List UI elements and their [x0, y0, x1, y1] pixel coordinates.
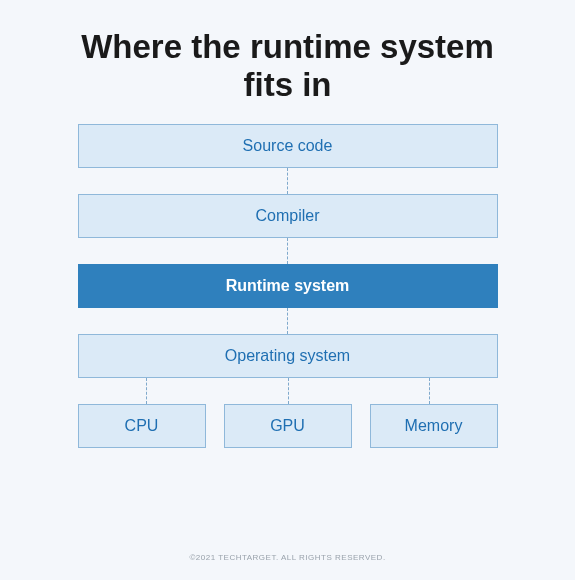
layer-runtime-system: Runtime system	[78, 264, 498, 308]
dashed-line-icon	[287, 168, 288, 194]
hardware-connectors	[78, 378, 498, 404]
hardware-row: CPU GPU Memory	[78, 404, 498, 448]
dashed-line-icon	[146, 378, 147, 404]
layer-operating-system: Operating system	[78, 334, 498, 378]
dashed-line-icon	[287, 308, 288, 334]
layer-source-code: Source code	[78, 124, 498, 168]
layer-stack: Source code Compiler Runtime system Oper…	[78, 124, 498, 448]
hardware-cpu: CPU	[78, 404, 206, 448]
copyright-line: ©2021 TechTarget. All rights reserved.	[0, 553, 575, 562]
connector	[78, 238, 498, 264]
connector	[78, 308, 498, 334]
diagram-title: Where the runtime system fits in	[0, 0, 575, 124]
dashed-line-icon	[287, 238, 288, 264]
dashed-line-icon	[288, 378, 289, 404]
connector	[78, 168, 498, 194]
hardware-gpu: GPU	[224, 404, 352, 448]
hardware-memory: Memory	[370, 404, 498, 448]
dashed-line-icon	[429, 378, 430, 404]
layer-compiler: Compiler	[78, 194, 498, 238]
